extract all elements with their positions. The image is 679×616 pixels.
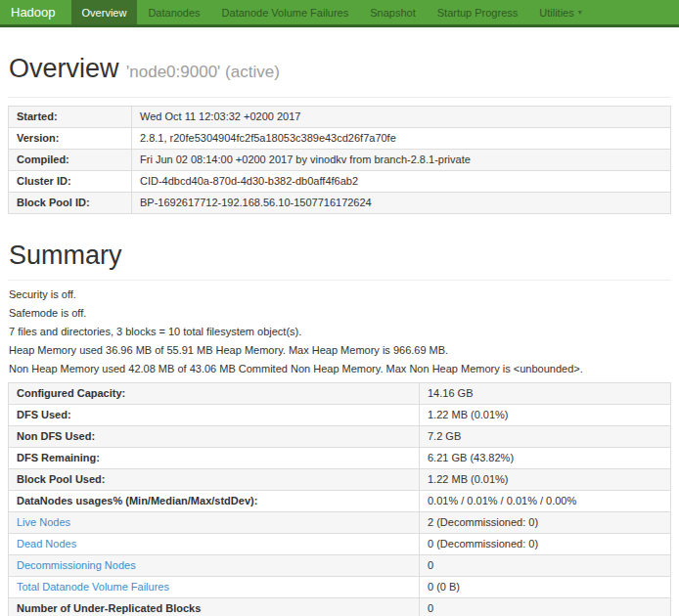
row-label: Total Datanode Volume Failures — [9, 577, 420, 598]
row-value: 0 — [420, 555, 671, 577]
row-label: Started: — [9, 107, 132, 128]
nav-item-snapshot[interactable]: Snapshot — [359, 0, 426, 24]
nav-item-label: Datanodes — [148, 7, 200, 19]
row-label: Version: — [9, 128, 132, 150]
filesystem-objects-text: 7 files and directories, 3 blocks = 10 t… — [9, 326, 671, 338]
table-row: Number of Under-Replicated Blocks 0 — [9, 598, 671, 616]
decommissioning-nodes-link[interactable]: Decommissioning Nodes — [17, 559, 136, 571]
hadoop-namenode-page: Hadoop Overview Datanodes Datanode Volum… — [0, 0, 679, 616]
row-label: DFS Remaining: — [9, 448, 420, 469]
dead-nodes-link[interactable]: Dead Nodes — [17, 538, 76, 550]
row-value: 6.21 GB (43.82%) — [420, 448, 671, 469]
summary-text-block: Security is off. Safemode is off. 7 file… — [8, 288, 671, 375]
row-label: DFS Used: — [9, 405, 420, 426]
divider — [8, 97, 671, 98]
row-value: 0 (Decommissioned: 0) — [420, 534, 671, 555]
row-label: Live Nodes — [9, 512, 420, 534]
row-value: 1.22 MB (0.01%) — [420, 469, 671, 491]
hadoop-brand[interactable]: Hadoop — [0, 0, 71, 24]
safemode-status-text: Safemode is off. — [9, 307, 671, 320]
table-row: Decommissioning Nodes 0 — [9, 555, 671, 577]
row-label: Dead Nodes — [9, 534, 420, 555]
row-value: 2 (Decommissioned: 0) — [420, 512, 671, 534]
row-label: Configured Capacity: — [9, 383, 420, 405]
table-row: Started: Wed Oct 11 12:03:32 +0200 2017 — [9, 107, 671, 128]
divider — [8, 280, 671, 281]
table-row: Live Nodes 2 (Decommissioned: 0) — [9, 512, 671, 534]
overview-info-table: Started: Wed Oct 11 12:03:32 +0200 2017 … — [8, 106, 671, 214]
nav-item-startup-progress[interactable]: Startup Progress — [427, 0, 529, 24]
row-value: Wed Oct 11 12:03:32 +0200 2017 — [132, 107, 671, 128]
namenode-address-subtitle: 'node0:9000' (active) — [126, 63, 280, 81]
row-value: 1.22 MB (0.01%) — [420, 405, 671, 426]
row-label: DataNodes usages% (Min/Median/Max/stdDev… — [9, 491, 420, 512]
nav-item-datanodes[interactable]: Datanodes — [137, 0, 210, 24]
nav-item-label: Startup Progress — [437, 7, 519, 19]
table-row: DFS Used: 1.22 MB (0.01%) — [9, 405, 671, 426]
row-value: BP-1692617712-192.168.56.10-150771617262… — [132, 193, 671, 214]
nav-item-overview[interactable]: Overview — [71, 0, 138, 24]
table-row: Block Pool ID: BP-1692617712-192.168.56.… — [9, 193, 671, 214]
row-label: Compiled: — [9, 150, 132, 171]
table-row: DataNodes usages% (Min/Median/Max/stdDev… — [9, 491, 671, 512]
page-title: Overview — [9, 54, 119, 83]
row-value: Fri Jun 02 08:14:00 +0200 2017 by vinodk… — [132, 150, 671, 171]
row-value: 0 (0 B) — [420, 577, 671, 598]
table-row: DFS Remaining: 6.21 GB (43.82%) — [9, 448, 671, 469]
row-value: 0.01% / 0.01% / 0.01% / 0.00% — [420, 491, 671, 512]
table-row: Version: 2.8.1, r20fe5304904fc2f5a18053c… — [9, 128, 671, 150]
security-status-text: Security is off. — [9, 288, 671, 301]
nav-item-label: Overview — [82, 7, 127, 19]
table-row: Non DFS Used: 7.2 GB — [9, 426, 671, 448]
row-value: CID-4dbcd40a-870d-4d30-b382-db0aff4f6ab2 — [132, 171, 671, 193]
row-value: 0 — [420, 598, 671, 616]
row-value: 14.16 GB — [420, 383, 671, 405]
row-value: 2.8.1, r20fe5304904fc2f5a18053c389e43cd2… — [132, 128, 671, 150]
total-datanode-volume-failures-link[interactable]: Total Datanode Volume Failures — [17, 581, 169, 593]
heap-memory-text: Heap Memory used 36.96 MB of 55.91 MB He… — [9, 344, 671, 357]
row-value: 7.2 GB — [420, 426, 671, 448]
summary-stats-table: Configured Capacity: 14.16 GB DFS Used: … — [8, 382, 671, 616]
row-label: Cluster ID: — [9, 171, 132, 193]
nav-item-utilities[interactable]: Utilities ▾ — [528, 0, 592, 24]
table-row: Dead Nodes 0 (Decommissioned: 0) — [9, 534, 671, 555]
table-row: Compiled: Fri Jun 02 08:14:00 +0200 2017… — [9, 150, 671, 171]
live-nodes-link[interactable]: Live Nodes — [17, 516, 70, 528]
row-label: Block Pool Used: — [9, 469, 420, 491]
table-row: Total Datanode Volume Failures 0 (0 B) — [9, 577, 671, 598]
table-row: Block Pool Used: 1.22 MB (0.01%) — [9, 469, 671, 491]
row-label: Non DFS Used: — [9, 426, 420, 448]
table-row: Configured Capacity: 14.16 GB — [9, 383, 671, 405]
chevron-down-icon: ▾ — [578, 8, 582, 17]
row-label: Number of Under-Replicated Blocks — [9, 598, 420, 616]
summary-heading: Summary — [9, 241, 671, 270]
row-label: Block Pool ID: — [9, 193, 132, 214]
nav-item-label: Snapshot — [370, 7, 415, 19]
nav-item-label: Utilities — [539, 7, 573, 19]
nav-item-datanode-volume-failures[interactable]: Datanode Volume Failures — [211, 0, 360, 24]
table-row: Cluster ID: CID-4dbcd40a-870d-4d30-b382-… — [9, 171, 671, 193]
non-heap-memory-text: Non Heap Memory used 42.08 MB of 43.06 M… — [9, 363, 671, 375]
nav-item-label: Datanode Volume Failures — [222, 7, 349, 19]
overview-heading: Overview 'node0:9000' (active) — [9, 54, 671, 87]
row-label: Decommissioning Nodes — [9, 555, 420, 577]
top-navbar: Hadoop Overview Datanodes Datanode Volum… — [0, 0, 679, 27]
